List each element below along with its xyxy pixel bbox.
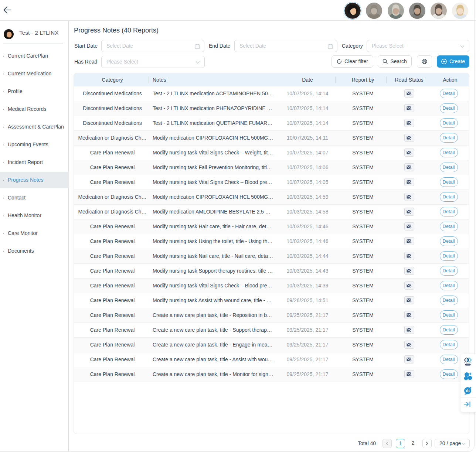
svg-text:A: A [467,359,469,362]
